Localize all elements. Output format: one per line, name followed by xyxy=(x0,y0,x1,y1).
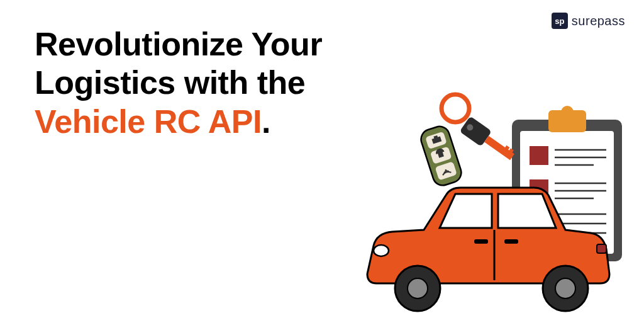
svg-point-19 xyxy=(374,245,389,256)
headline-line2: Logistics with the xyxy=(35,64,305,101)
headline-line1: Revolutionize Your xyxy=(35,26,322,62)
svg-point-3 xyxy=(561,106,574,118)
brand-icon: sp xyxy=(552,13,568,29)
svg-point-22 xyxy=(408,278,428,298)
svg-rect-17 xyxy=(474,239,488,244)
svg-rect-4 xyxy=(530,146,548,165)
svg-point-25 xyxy=(441,94,469,122)
svg-rect-28 xyxy=(484,136,514,161)
headline-highlight: Vehicle RC API xyxy=(35,103,262,140)
headline-period: . xyxy=(262,103,270,140)
svg-rect-20 xyxy=(597,244,606,253)
vehicle-illustration xyxy=(342,82,631,318)
svg-rect-18 xyxy=(504,239,518,244)
headline-text: Revolutionize Your Logistics with the Ve… xyxy=(35,25,322,141)
brand-icon-text: sp xyxy=(555,16,564,26)
headline: Revolutionize Your Logistics with the Ve… xyxy=(35,25,322,141)
svg-point-24 xyxy=(555,278,575,298)
brand-logo: sp surepass xyxy=(552,13,625,29)
car-keys-icon xyxy=(418,94,518,188)
brand-name: surepass xyxy=(572,14,625,28)
